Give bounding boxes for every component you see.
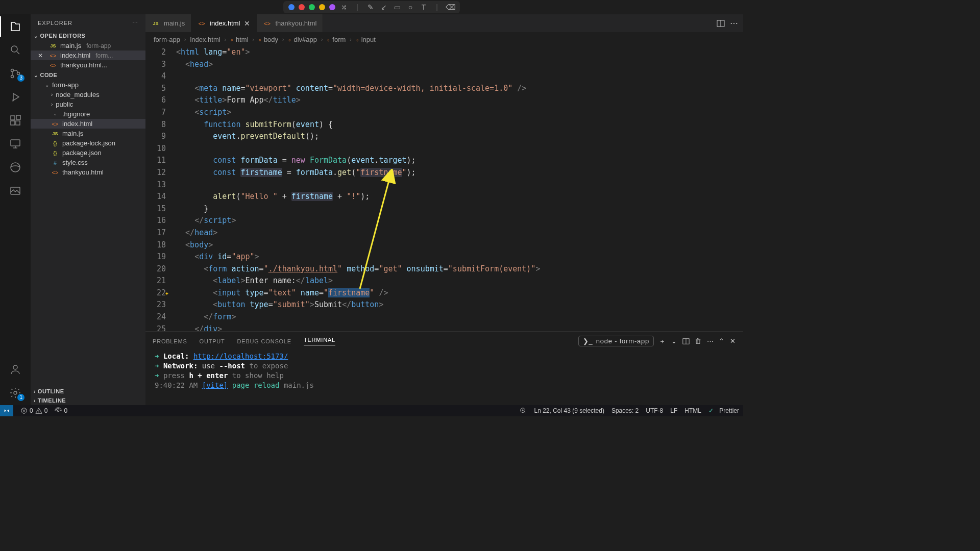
divider: |: [353, 3, 362, 11]
svg-point-2: [11, 76, 14, 78]
port-item[interactable]: 0: [55, 407, 67, 414]
scm-icon[interactable]: 3: [8, 66, 22, 81]
editor-tab[interactable]: JSmain.js: [145, 14, 191, 32]
svg-rect-9: [11, 140, 20, 146]
breadcrumb-item[interactable]: ⬨div#app: [288, 36, 317, 43]
file-item[interactable]: <>index.html: [31, 119, 145, 129]
editor-area: JSmain.js<>index.html✕<>thankyou.html ⋯ …: [145, 14, 743, 405]
chevron-down-icon: ⌄: [34, 33, 38, 39]
encoding[interactable]: UTF-8: [646, 407, 663, 414]
folder-root[interactable]: ⌄ form-app: [31, 80, 145, 90]
open-editors-header[interactable]: ⌄ OPEN EDITORS: [31, 31, 145, 40]
erase-icon[interactable]: ⌫: [446, 3, 455, 11]
extensions-icon[interactable]: [8, 113, 22, 128]
file-item[interactable]: JSmain.js: [31, 129, 145, 138]
file-icon: <>: [49, 53, 57, 59]
breadcrumb[interactable]: form-app›index.html›⬨html›⬨body›⬨div#app…: [145, 32, 743, 46]
panel-tab[interactable]: DEBUG CONSOLE: [237, 338, 291, 344]
text-icon[interactable]: T: [419, 3, 428, 11]
file-item[interactable]: {}package.json: [31, 148, 145, 158]
close-icon[interactable]: ✕: [244, 19, 250, 28]
file-item[interactable]: #style.css: [31, 158, 145, 167]
breadcrumb-item[interactable]: ⬨html: [230, 36, 249, 43]
breadcrumb-item[interactable]: form-app: [154, 36, 180, 43]
file-item[interactable]: ◦.hgignore: [31, 109, 145, 119]
close-icon[interactable]: ✕: [38, 52, 46, 59]
breadcrumb-item[interactable]: ⬨input: [356, 36, 376, 43]
panel-tab[interactable]: OUTPUT: [200, 338, 225, 344]
color-purple-dot[interactable]: [329, 4, 335, 10]
chevron-down-icon: ⌄: [34, 72, 38, 78]
pen-icon[interactable]: ✎: [366, 3, 375, 11]
folder-item[interactable]: ›public: [31, 99, 145, 109]
svg-point-18: [58, 410, 60, 412]
activity-bar: 3 1: [0, 14, 31, 405]
more-icon[interactable]: ⋯: [707, 337, 714, 345]
outline-header[interactable]: › OUTLINE: [31, 387, 145, 396]
timeline-header[interactable]: › TIMELINE: [31, 396, 145, 405]
zoom-icon[interactable]: [520, 407, 527, 414]
chevron-down-icon: ⌄: [45, 82, 49, 88]
shuffle-icon[interactable]: ⤮: [339, 3, 349, 11]
explorer-icon[interactable]: [8, 19, 22, 34]
cursor-position[interactable]: Ln 22, Col 43 (9 selected): [534, 407, 604, 414]
terminal-icon: ❯_: [583, 337, 593, 345]
file-icon: JS: [49, 43, 57, 48]
tag-icon: ⬨: [327, 36, 330, 42]
errors-item[interactable]: 0 0: [20, 407, 47, 414]
svg-rect-7: [16, 121, 20, 125]
scm-badge: 3: [17, 74, 24, 82]
panel-tab[interactable]: TERMINAL: [304, 337, 335, 345]
eol[interactable]: LF: [670, 407, 677, 414]
indentation[interactable]: Spaces: 2: [611, 407, 639, 414]
split-editor-icon[interactable]: [717, 19, 725, 28]
prettier-status[interactable]: ✓ Prettier: [708, 407, 739, 414]
svg-rect-8: [16, 115, 20, 119]
terminal-process[interactable]: ❯_ node - form-app: [578, 336, 654, 346]
terminal-output[interactable]: ➜ Local: http://localhost:5173/ ➜ Networ…: [145, 348, 743, 405]
code-editor[interactable]: 2345678910111213141516171819202122232425…: [145, 46, 743, 331]
tag-icon: ⬨: [288, 36, 291, 42]
account-icon[interactable]: [8, 362, 22, 377]
breadcrumb-item[interactable]: ⬨form: [327, 36, 346, 43]
rect-icon[interactable]: ▭: [393, 3, 402, 11]
folder-item[interactable]: ›node_modules: [31, 90, 145, 99]
split-terminal-icon[interactable]: [682, 338, 690, 345]
status-bar: 0 0 0 Ln 22, Col 43 (9 selected) Spaces:…: [0, 405, 743, 416]
editor-tab[interactable]: <>index.html✕: [191, 14, 257, 32]
code-header[interactable]: ⌄ CODE: [31, 70, 145, 80]
circle-icon[interactable]: ○: [406, 3, 415, 11]
language-mode[interactable]: HTML: [684, 407, 701, 414]
svg-point-10: [11, 163, 20, 172]
remote-button[interactable]: [0, 405, 13, 416]
terminal-dropdown-icon[interactable]: ⌄: [671, 337, 677, 345]
arrow-icon[interactable]: ↙: [379, 3, 388, 11]
close-icon[interactable]: ✕: [730, 337, 736, 345]
open-editor-item[interactable]: JSmain.jsform-app: [31, 41, 145, 51]
file-item[interactable]: <>thankyou.html: [31, 167, 145, 177]
edge-icon[interactable]: [8, 160, 22, 174]
color-yellow-dot[interactable]: [319, 4, 325, 10]
image-icon[interactable]: [8, 184, 22, 198]
sidebar-title: EXPLORER: [38, 20, 72, 26]
breadcrumb-item[interactable]: ⬨body: [258, 36, 278, 43]
gear-icon[interactable]: 1: [8, 386, 22, 400]
more-icon[interactable]: ⋯: [132, 19, 138, 26]
trash-icon[interactable]: 🗑: [695, 337, 702, 345]
debug-icon[interactable]: [8, 90, 22, 104]
color-green-dot[interactable]: [309, 4, 315, 10]
more-icon[interactable]: ⋯: [730, 18, 738, 28]
breadcrumb-item[interactable]: index.html: [190, 36, 220, 43]
panel-tab[interactable]: PROBLEMS: [153, 338, 187, 344]
maximize-icon[interactable]: ⌃: [719, 337, 725, 345]
editor-tab[interactable]: <>thankyou.html: [257, 14, 323, 32]
new-terminal-icon[interactable]: ＋: [659, 337, 666, 346]
search-icon[interactable]: [8, 43, 22, 57]
color-blue-dot[interactable]: [288, 4, 295, 10]
open-editor-item[interactable]: <>thankyou.html...: [31, 60, 145, 70]
file-item[interactable]: {}package-lock.json: [31, 138, 145, 148]
bottom-panel: PROBLEMSOUTPUTDEBUG CONSOLETERMINAL ❯_ n…: [145, 331, 743, 405]
open-editor-item[interactable]: ✕<>index.htmlform...: [31, 51, 145, 60]
remote-icon[interactable]: [8, 137, 22, 151]
color-red-dot[interactable]: [299, 4, 305, 10]
